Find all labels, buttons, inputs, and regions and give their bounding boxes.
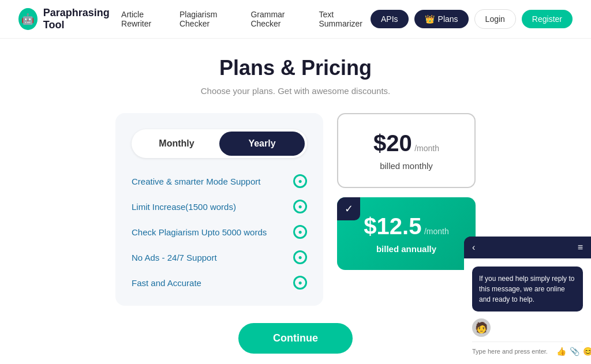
emoji-icon[interactable]: 😊 (583, 347, 591, 356)
nav-plagiarism-checker[interactable]: Plagiarism Checker (179, 10, 239, 28)
chat-body: If you need help simply reply to this me… (464, 258, 591, 364)
logo-text: Paraphrasing Tool (43, 7, 121, 31)
monthly-billing: billed monthly (352, 161, 461, 171)
attachment-icon[interactable]: 📎 (570, 347, 579, 356)
chat-actions: 👍 📎 😊 (556, 347, 591, 356)
check-icon: ● (293, 276, 307, 290)
yearly-billing: billed annually (351, 244, 462, 254)
monthly-price: $20 /month (352, 130, 461, 156)
chat-message: If you need help simply reply to this me… (472, 267, 583, 312)
plans-label: Plans (438, 14, 458, 24)
chat-widget: ‹ ≡ If you need help simply reply to thi… (464, 237, 591, 364)
selected-check: ✓ (337, 197, 360, 220)
monthly-toggle-btn[interactable]: Monthly (134, 132, 219, 156)
nav-buttons: APIs 👑 Plans Login Register (371, 9, 573, 29)
yearly-price-box[interactable]: ✓ $12.5 /month billed annually (337, 197, 476, 270)
list-item: Limit Increase(1500 words) ● (132, 200, 307, 213)
apis-button[interactable]: APIs (371, 10, 409, 28)
chat-input-row: 👍 📎 😊 (472, 342, 583, 356)
page-subtitle: Choose your plans. Get with awesome disc… (47, 86, 544, 96)
nav-article-rewriter[interactable]: Article Rewriter (121, 10, 168, 28)
logo: 🤖 Paraphrasing Tool (18, 7, 121, 31)
list-item: Check Plagiarism Upto 5000 words ● (132, 225, 307, 239)
check-icon: ● (293, 174, 307, 188)
monthly-price-box[interactable]: $20 /month billed monthly (337, 113, 476, 188)
register-button[interactable]: Register (522, 10, 573, 28)
price-cards: $20 /month billed monthly ✓ $12.5 /month… (337, 113, 476, 270)
nav-links: Article Rewriter Plagiarism Checker Gram… (121, 10, 371, 28)
check-icon: ● (293, 200, 307, 213)
feature-label: Check Plagiarism Upto 5000 words (132, 227, 267, 237)
chat-back-icon[interactable]: ‹ (472, 242, 475, 253)
yearly-price: $12.5 /month (351, 213, 462, 239)
thumbs-up-icon[interactable]: 👍 (556, 347, 566, 356)
plans-button[interactable]: 👑 Plans (414, 10, 469, 28)
nav-grammar-checker[interactable]: Grammar Checker (250, 10, 307, 28)
chat-header: ‹ ≡ (464, 237, 591, 258)
feature-label: No Ads - 24/7 Support (132, 253, 217, 262)
chat-input[interactable] (472, 348, 552, 355)
list-item: Creative & smarter Mode Support ● (132, 174, 307, 188)
navbar: 🤖 Paraphrasing Tool Article Rewriter Pla… (0, 0, 591, 39)
list-item: Fast and Accurate ● (132, 276, 307, 290)
avatar: 🧑 (472, 318, 491, 337)
yearly-toggle-btn[interactable]: Yearly (219, 132, 305, 156)
monthly-amount: $20 (373, 130, 412, 156)
features-card: Monthly Yearly Creative & smarter Mode S… (115, 113, 323, 306)
chat-menu-icon[interactable]: ≡ (578, 242, 583, 253)
yearly-amount: $12.5 (364, 213, 421, 239)
feature-label: Limit Increase(1500 words) (132, 202, 236, 212)
yearly-per: /month (424, 227, 449, 236)
list-item: No Ads - 24/7 Support ● (132, 250, 307, 264)
crown-icon: 👑 (425, 14, 435, 24)
billing-toggle: Monthly Yearly (132, 129, 307, 158)
check-icon: ● (293, 250, 307, 264)
feature-label: Fast and Accurate (132, 278, 201, 288)
login-button[interactable]: Login (474, 9, 516, 29)
check-icon: ● (293, 225, 307, 239)
feature-list: Creative & smarter Mode Support ● Limit … (132, 174, 307, 290)
feature-label: Creative & smarter Mode Support (132, 177, 260, 186)
monthly-per: /month (414, 144, 439, 153)
page-title: Plans & Pricing (47, 56, 544, 80)
continue-button[interactable]: Continue (238, 323, 353, 354)
nav-text-summarizer[interactable]: Text Summarizer (319, 10, 371, 28)
logo-icon: 🤖 (18, 8, 38, 30)
